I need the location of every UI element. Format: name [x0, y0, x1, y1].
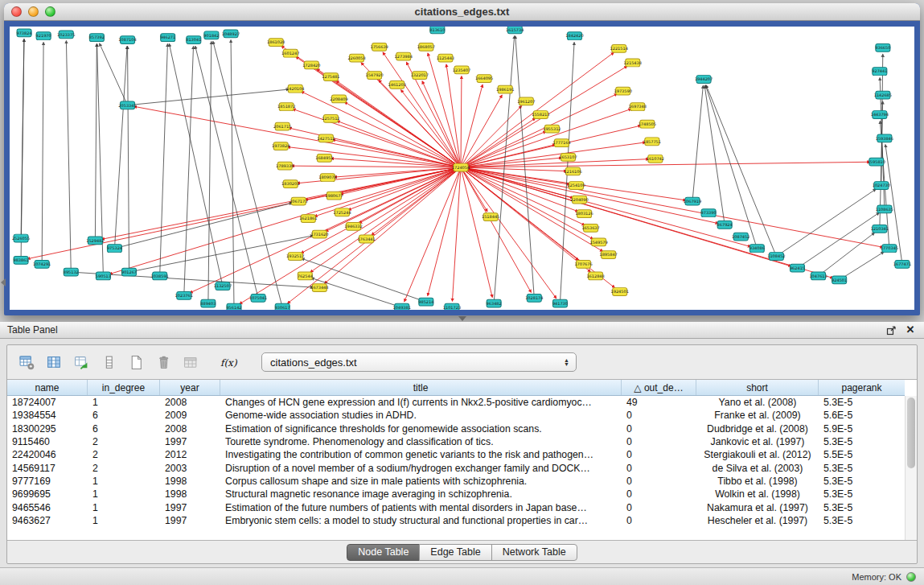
- graph-node[interactable]: 1728420: [302, 61, 320, 69]
- graph-node[interactable]: 1087452: [732, 233, 749, 241]
- citation-edge-red[interactable]: [461, 52, 614, 167]
- network-window-titlebar[interactable]: citations_edges.txt: [4, 3, 920, 21]
- graph-node[interactable]: 1075041: [249, 294, 267, 302]
- citation-edge-red[interactable]: [240, 167, 461, 304]
- graph-node[interactable]: 1101723: [443, 303, 461, 310]
- graph-node[interactable]: 946271: [160, 34, 175, 42]
- table-row[interactable]: 1938455462009Genome-wide association stu…: [7, 409, 905, 422]
- citation-edge-red[interactable]: [383, 52, 461, 167]
- citation-edge-black[interactable]: [169, 43, 223, 286]
- scrollbar-thumb[interactable]: [907, 398, 915, 468]
- citation-edge-black[interactable]: [66, 41, 71, 272]
- graph-node[interactable]: 1707676: [574, 260, 592, 268]
- graph-node[interactable]: 1973824: [272, 142, 290, 150]
- graph-node[interactable]: 1461203: [388, 80, 406, 89]
- graph-node[interactable]: 1621861: [299, 215, 317, 223]
- graph-node[interactable]: 963482: [487, 299, 502, 307]
- graph-node[interactable]: 1275481: [322, 73, 339, 81]
- table-row[interactable]: 2242004622012Investigating the contribut…: [7, 448, 905, 461]
- citation-edge-red[interactable]: [461, 76, 462, 167]
- citation-edge-red[interactable]: [461, 167, 883, 247]
- graph-node[interactable]: 1254100: [567, 182, 585, 190]
- graph-node[interactable]: 1857751: [643, 138, 661, 146]
- table-row[interactable]: 911546021997Tourette syndrome. Phenomeno…: [7, 435, 905, 448]
- graph-node[interactable]: 1049381: [393, 303, 411, 310]
- graph-node[interactable]: 1955312: [543, 125, 561, 133]
- graph-node[interactable]: 1048927: [222, 30, 240, 38]
- graph-node[interactable]: 927441: [872, 68, 887, 76]
- tab-network-table[interactable]: Network Table: [491, 544, 577, 561]
- column-header-4[interactable]: △ out_de…: [622, 380, 696, 395]
- graph-node[interactable]: 2053345: [118, 101, 136, 109]
- citation-edge-black[interactable]: [195, 46, 258, 298]
- graph-node[interactable]: 973390: [701, 209, 717, 217]
- graph-node[interactable]: 1601247: [281, 49, 299, 57]
- citation-edge-black[interactable]: [208, 42, 211, 304]
- graph-node[interactable]: 1221514: [610, 44, 628, 52]
- citation-edge-black[interactable]: [42, 43, 43, 265]
- graph-node[interactable]: 762544: [298, 272, 313, 280]
- graph-node[interactable]: 1861028: [267, 39, 285, 47]
- graph-node[interactable]: 1108635: [876, 205, 893, 213]
- graph-node[interactable]: 1132507: [214, 282, 232, 290]
- table-row[interactable]: 946554611997Estimation of the future num…: [7, 501, 905, 513]
- graph-node[interactable]: 930617: [275, 303, 290, 310]
- graph-node[interactable]: 901267: [121, 268, 137, 276]
- graph-node[interactable]: 924501: [832, 276, 847, 284]
- citation-edge-red[interactable]: [461, 95, 502, 167]
- graph-node[interactable]: 1593846: [876, 134, 893, 142]
- table-row[interactable]: 1830029562008Estimation of significance …: [7, 422, 905, 435]
- graph-node[interactable]: 2067173: [290, 197, 307, 205]
- table-disabled-icon[interactable]: [181, 352, 200, 372]
- graph-node[interactable]: 1610742: [647, 154, 664, 163]
- graph-node[interactable]: 921970: [36, 32, 51, 40]
- citation-edge-black[interactable]: [819, 233, 875, 276]
- graph-node[interactable]: 1612848: [586, 272, 604, 280]
- graph-node[interactable]: 1961207: [517, 97, 535, 105]
- graph-node[interactable]: 1895847: [600, 251, 618, 259]
- graph-node[interactable]: 1653637: [581, 224, 599, 232]
- graph-node[interactable]: 1809078: [318, 174, 336, 182]
- citation-edge-red[interactable]: [452, 167, 461, 301]
- graph-node[interactable]: 956142: [226, 303, 241, 310]
- citation-edge-black[interactable]: [128, 89, 290, 105]
- citation-edge-red[interactable]: [461, 167, 833, 278]
- citation-edge-red[interactable]: [461, 131, 546, 167]
- graph-node[interactable]: 889403: [200, 299, 216, 307]
- citation-edge-black[interactable]: [114, 46, 127, 248]
- tab-edge-table[interactable]: Edge Table: [419, 544, 491, 561]
- graph-node[interactable]: 1664095: [475, 75, 493, 83]
- graph-node[interactable]: 1529482: [86, 237, 104, 245]
- graph-node[interactable]: 936650: [875, 44, 890, 52]
- graph-node[interactable]: 1443794: [871, 111, 889, 119]
- graph-node[interactable]: 1653107: [559, 153, 577, 161]
- graph-node[interactable]: 857392: [89, 34, 105, 42]
- citation-edge-red[interactable]: [461, 167, 603, 251]
- citation-edge-black[interactable]: [100, 43, 128, 105]
- graph-node[interactable]: 1763441: [357, 235, 375, 243]
- close-window-button[interactable]: [11, 6, 22, 17]
- citation-edge-black[interactable]: [213, 41, 282, 307]
- graph-node[interactable]: 1024730: [873, 182, 890, 190]
- graph-node[interactable]: 1108452: [767, 253, 785, 261]
- graph-node[interactable]: 1944207: [695, 76, 713, 84]
- graph-node[interactable]: 1770345: [881, 245, 898, 253]
- citation-edge-black[interactable]: [95, 44, 97, 241]
- graph-node[interactable]: 1125443: [437, 54, 454, 62]
- graph-node[interactable]: 813610: [429, 27, 445, 34]
- graph-node[interactable]: 983861: [13, 257, 28, 265]
- splitter-collapse-down-icon[interactable]: [458, 316, 466, 321]
- zoom-window-button[interactable]: [45, 6, 55, 17]
- graph-node[interactable]: 1868057: [417, 43, 435, 51]
- graph-node[interactable]: 962415: [790, 264, 805, 272]
- citation-edge-black[interactable]: [494, 36, 514, 303]
- citation-edge-red[interactable]: [334, 167, 461, 177]
- graph-node[interactable]: 901842: [203, 31, 219, 39]
- graph-node[interactable]: 1946332: [344, 222, 362, 230]
- graph-node[interactable]: 1724054: [452, 163, 470, 171]
- citation-edge-black[interactable]: [311, 278, 402, 307]
- graph-node[interactable]: 1322017: [411, 72, 429, 80]
- graph-node[interactable]: 1216106: [564, 167, 581, 175]
- panel-splitter[interactable]: [0, 315, 924, 322]
- citation-network-graph[interactable]: 1724054186102816012471728420127548114201…: [10, 27, 914, 310]
